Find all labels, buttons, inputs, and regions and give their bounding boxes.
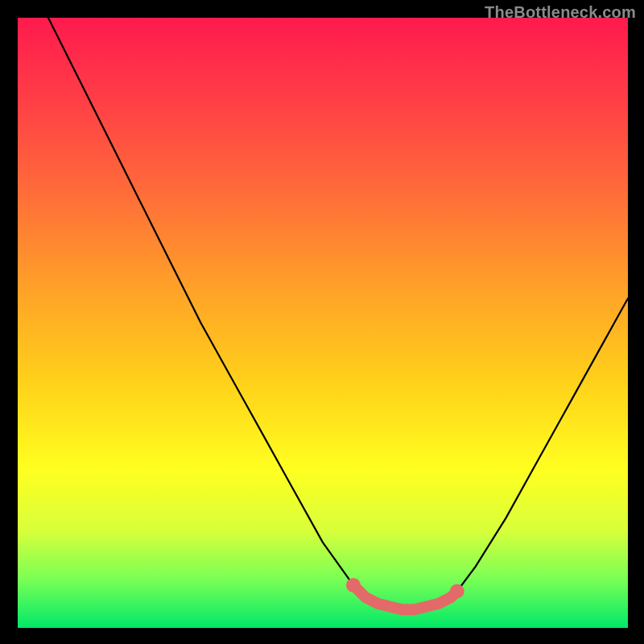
optimum-band-endcap — [346, 578, 361, 592]
optimum-marker-band — [346, 578, 464, 609]
plot-area — [18, 18, 628, 628]
optimum-band-stroke — [353, 585, 457, 609]
chart-frame: TheBottleneck.com — [0, 0, 644, 644]
optimum-band-endcap — [450, 584, 464, 599]
curve-svg — [18, 18, 628, 628]
bottleneck-curve — [48, 18, 628, 609]
